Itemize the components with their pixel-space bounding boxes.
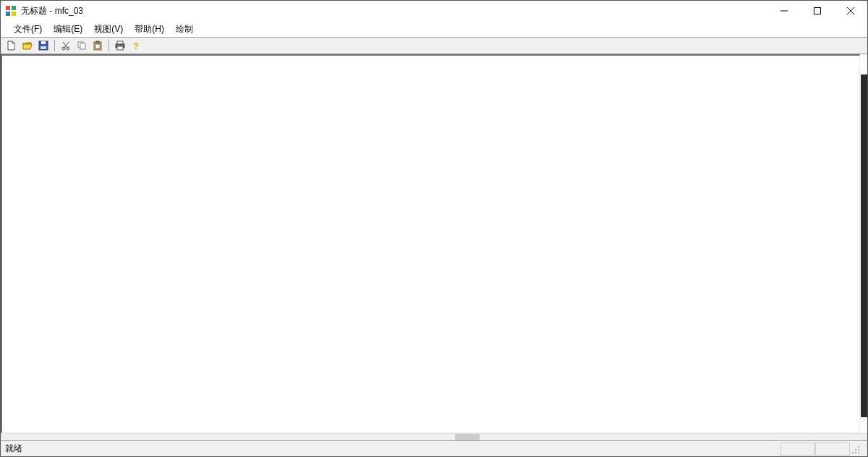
svg-rect-3 (12, 12, 16, 16)
status-pane-1 (780, 443, 815, 456)
menu-view[interactable]: 视图(V) (88, 22, 129, 37)
menu-file[interactable]: 文件(F) (8, 22, 48, 37)
svg-rect-22 (117, 46, 123, 50)
title-bar: 无标题 - mfc_03 (1, 1, 867, 21)
toolbar-separator (109, 40, 109, 51)
paste-button[interactable] (91, 39, 104, 52)
app-icon (5, 5, 17, 17)
about-button[interactable]: ? (129, 39, 142, 52)
app-window: 无标题 - mfc_03 文件(F) 编辑(E) 视图(V) 帮助(H) 绘制 (0, 0, 868, 457)
maximize-button[interactable] (801, 1, 834, 21)
client-wrap (1, 54, 867, 433)
document-area[interactable] (1, 54, 860, 433)
svg-rect-0 (6, 6, 10, 10)
menu-bar: 文件(F) 编辑(E) 视图(V) 帮助(H) 绘制 (1, 21, 867, 37)
svg-point-26 (858, 449, 859, 450)
copy-button[interactable] (75, 39, 88, 52)
new-file-button[interactable] (5, 39, 18, 52)
window-title: 无标题 - mfc_03 (21, 5, 767, 17)
svg-rect-1 (12, 6, 16, 10)
svg-rect-5 (814, 8, 821, 14)
svg-rect-20 (117, 41, 123, 44)
status-bar: 就绪 (1, 440, 867, 456)
svg-point-27 (852, 452, 854, 453)
open-file-button[interactable] (21, 39, 34, 52)
window-controls (767, 1, 867, 21)
toolbar-separator (54, 40, 55, 51)
horizontal-scrollbar[interactable] (1, 433, 867, 440)
toolbar: ? (1, 37, 867, 54)
svg-rect-19 (95, 44, 100, 48)
svg-point-29 (858, 452, 859, 453)
svg-rect-16 (80, 43, 85, 49)
scrollbar-thumb[interactable] (455, 434, 480, 440)
menu-help[interactable]: 帮助(H) (129, 22, 170, 37)
svg-point-28 (855, 452, 856, 453)
minimize-button[interactable] (767, 1, 801, 21)
svg-rect-9 (41, 41, 46, 44)
svg-rect-10 (41, 46, 46, 49)
print-button[interactable] (114, 39, 127, 52)
save-button[interactable] (37, 39, 50, 52)
resize-grip-icon[interactable] (850, 444, 863, 454)
svg-rect-2 (6, 12, 10, 16)
status-text: 就绪 (5, 443, 778, 455)
svg-text:?: ? (133, 40, 139, 51)
status-pane-2 (815, 443, 850, 456)
background-window-edge (861, 74, 867, 417)
svg-rect-18 (96, 41, 99, 43)
svg-point-25 (855, 449, 856, 450)
cut-button[interactable] (59, 39, 72, 52)
close-button[interactable] (834, 1, 867, 21)
menu-edit[interactable]: 编辑(E) (48, 22, 88, 37)
svg-point-24 (858, 446, 859, 448)
menu-draw[interactable]: 绘制 (170, 22, 199, 37)
